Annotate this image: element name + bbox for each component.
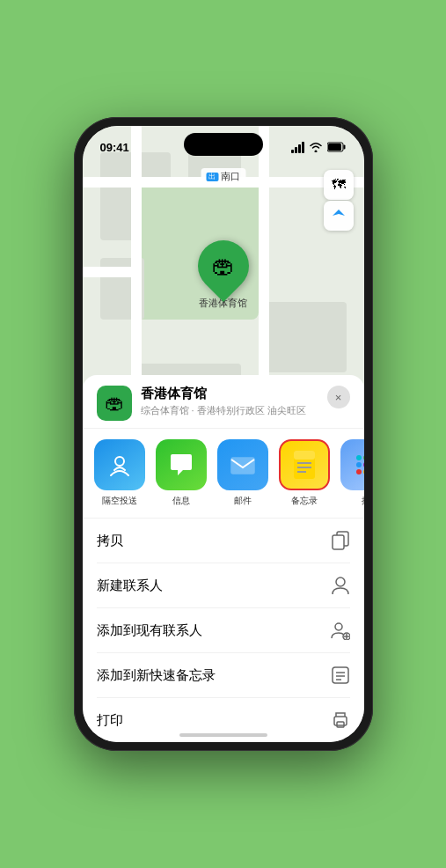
map-location-label: 出 南口 [201, 168, 245, 185]
map-location-dot-icon: 出 [206, 173, 218, 181]
close-icon: × [335, 391, 342, 404]
phone-screen: 09:41 [83, 126, 364, 742]
map-controls: 🗺 [324, 170, 354, 231]
svg-point-10 [356, 469, 362, 474]
airdrop-icon-wrap [94, 439, 145, 490]
svg-rect-26 [333, 667, 348, 683]
svg-point-3 [115, 457, 124, 466]
svg-rect-1 [343, 145, 345, 150]
dynamic-island [184, 133, 263, 156]
status-time: 09:41 [100, 141, 129, 154]
share-row: 隔空投送 信息 [83, 429, 364, 519]
action-add-existing-label: 添加到现有联系人 [97, 622, 202, 639]
signal-bars-icon [291, 142, 304, 153]
print-icon [331, 710, 350, 730]
mail-icon-wrap [217, 439, 268, 490]
share-item-mail[interactable]: 邮件 [215, 439, 271, 507]
venue-icon: 🏟 [97, 386, 132, 421]
venue-header: 🏟 香港体育馆 综合体育馆 · 香港特别行政区 油尖旺区 × [83, 375, 364, 429]
action-copy-label: 拷贝 [97, 533, 123, 549]
action-list: 拷贝 新建联系人 添加到现有联系人 [83, 519, 364, 742]
svg-rect-6 [294, 451, 315, 460]
wifi-icon [309, 142, 323, 152]
share-item-more[interactable]: 推 [338, 439, 364, 507]
home-indicator [179, 733, 267, 737]
action-add-existing-contact[interactable]: 添加到现有联系人 [97, 608, 350, 653]
venue-text: 香港体育馆 综合体育馆 · 香港特别行政区 油尖旺区 [141, 386, 306, 417]
more-label: 推 [362, 495, 364, 507]
close-button[interactable]: × [327, 386, 350, 408]
share-item-notes[interactable]: 备忘录 [276, 439, 333, 507]
map-pin[interactable]: 🏟 香港体育馆 [198, 240, 249, 310]
new-contact-icon [331, 576, 350, 595]
status-icons [291, 142, 347, 153]
svg-point-14 [363, 462, 364, 467]
venue-info: 🏟 香港体育馆 综合体育馆 · 香港特别行政区 油尖旺区 [97, 386, 306, 421]
notes-icon-wrap [279, 439, 330, 490]
share-item-airdrop[interactable]: 隔空投送 [91, 439, 148, 507]
quick-note-icon [331, 666, 350, 685]
map-location-text: 南口 [221, 170, 240, 183]
action-quick-note-label: 添加到新快速备忘录 [97, 667, 216, 684]
mail-icon [229, 451, 257, 479]
location-arrow-icon [332, 209, 346, 223]
svg-rect-31 [337, 722, 344, 727]
messages-icon [167, 451, 195, 479]
svg-rect-30 [334, 717, 347, 725]
svg-point-17 [363, 455, 364, 460]
map-type-icon: 🗺 [332, 177, 346, 193]
copy-icon [331, 531, 350, 550]
svg-rect-20 [333, 535, 344, 549]
action-new-contact-label: 新建联系人 [97, 577, 163, 594]
action-copy[interactable]: 拷贝 [97, 519, 350, 563]
phone-frame: 09:41 [74, 117, 373, 751]
venue-subtitle: 综合体育馆 · 香港特别行政区 油尖旺区 [141, 404, 306, 417]
svg-point-13 [356, 462, 362, 467]
battery-icon [327, 142, 347, 152]
svg-point-16 [356, 455, 362, 460]
svg-point-21 [336, 577, 345, 586]
mail-label: 邮件 [234, 495, 252, 507]
svg-rect-2 [328, 143, 341, 151]
action-add-quick-note[interactable]: 添加到新快速备忘录 [97, 653, 350, 698]
airdrop-label: 隔空投送 [102, 495, 137, 507]
add-contact-icon [331, 621, 350, 640]
notes-icon [289, 449, 320, 481]
svg-rect-4 [231, 458, 254, 474]
venue-name: 香港体育馆 [141, 386, 306, 402]
map-type-button[interactable]: 🗺 [324, 170, 354, 200]
messages-icon-wrap [156, 439, 207, 490]
messages-label: 信息 [172, 495, 190, 507]
action-print-label: 打印 [97, 712, 123, 729]
action-new-contact[interactable]: 新建联系人 [97, 563, 350, 608]
more-icon-wrap [340, 439, 364, 490]
airdrop-icon [106, 451, 134, 479]
share-item-messages[interactable]: 信息 [153, 439, 209, 507]
more-dots-icon [352, 451, 364, 479]
notes-label: 备忘录 [291, 495, 318, 507]
svg-point-11 [363, 469, 364, 474]
map-pin-bubble: 🏟 [186, 230, 259, 302]
svg-point-22 [335, 623, 342, 630]
location-button[interactable] [324, 201, 354, 231]
bottom-sheet: 🏟 香港体育馆 综合体育馆 · 香港特别行政区 油尖旺区 × [83, 375, 364, 742]
stadium-icon: 🏟 [212, 253, 235, 280]
